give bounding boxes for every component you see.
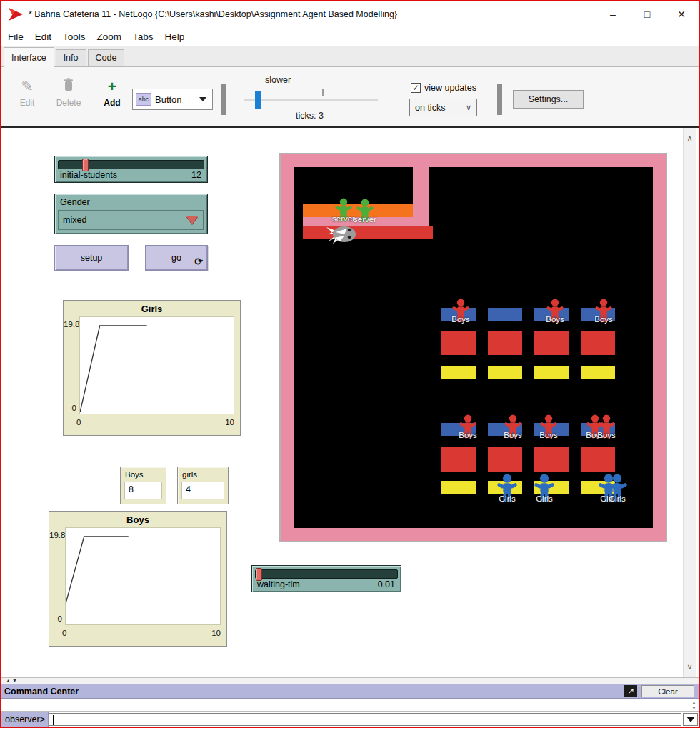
table-table: [488, 331, 522, 355]
observer-prompt: observer>: [1, 712, 49, 727]
chooser-dropdown-icon: [186, 216, 198, 224]
menu-help[interactable]: Help: [165, 31, 185, 42]
mouse-agent[interactable]: [326, 222, 357, 244]
check-icon: ✓: [412, 83, 419, 93]
output-scroll-down-icon[interactable]: ▼: [691, 705, 696, 710]
tab-interface[interactable]: Interface: [4, 47, 54, 67]
plot-area: [65, 527, 221, 625]
command-input[interactable]: [49, 713, 681, 726]
trash-icon: [63, 77, 74, 93]
initial-students-slider[interactable]: initial-students 12: [54, 156, 208, 183]
menu-file[interactable]: File: [8, 31, 24, 42]
close-button[interactable]: ✕: [664, 1, 699, 27]
speed-slider-handle[interactable]: [255, 91, 261, 109]
setup-button[interactable]: setup: [54, 245, 129, 271]
interface-toolbar: ✎ Edit Delete + Add abc Button slower ti…: [1, 67, 699, 128]
window-title: * Bahria Cafeteria 11 - NetLogo {C:\User…: [29, 9, 397, 19]
table-table: [534, 331, 569, 355]
update-mode-value: on ticks: [415, 103, 445, 113]
agent-name-label: Girls: [536, 494, 553, 503]
x-axis-min-label: 0: [62, 629, 66, 637]
agent-name-label: Boys: [451, 315, 470, 324]
chevron-down-icon: [686, 717, 695, 722]
agent-name-label: Boys: [504, 431, 522, 439]
edit-widget-button[interactable]: ✎ Edit: [11, 77, 43, 108]
widget-combo-value: Button: [155, 94, 182, 105]
plot-title: Girls: [64, 304, 240, 314]
command-center-popout-button[interactable]: ↗: [624, 685, 637, 697]
agent-name-label: Boys: [594, 315, 613, 324]
command-center-splitter[interactable]: ▲▼: [1, 677, 699, 684]
y-axis-min-label: 0: [64, 404, 76, 412]
menu-tools[interactable]: Tools: [63, 31, 86, 42]
slider-value: 0.01: [378, 579, 395, 589]
menu-tabs[interactable]: Tabs: [133, 31, 154, 42]
y-axis-max-label: 19.8: [64, 320, 78, 329]
boys-plot: Boys 19.8 0 0 10: [49, 511, 227, 647]
command-center-output: ▲ ▼: [1, 699, 699, 712]
speed-slider-track[interactable]: [244, 99, 378, 101]
x-axis-max-label: 10: [211, 629, 221, 637]
scroll-down-icon[interactable]: ∨: [684, 662, 696, 672]
table-table: [441, 447, 476, 472]
y-axis-max-label: 19.8: [49, 531, 64, 539]
view-updates-checkbox[interactable]: ✓: [411, 83, 421, 93]
maximize-button[interactable]: □: [630, 1, 664, 27]
forever-icon: ⟳: [194, 256, 203, 267]
agent-name-label: Girls: [499, 494, 516, 503]
monitor-value: 4: [181, 482, 224, 499]
y-axis-min-label: 0: [49, 614, 62, 623]
tab-info[interactable]: Info: [56, 49, 86, 66]
monitor-value: 8: [124, 482, 162, 499]
agent-name-label: Boys: [546, 315, 564, 324]
mouse-shape-icon: [326, 222, 357, 244]
girls-plot: Girls 19.8 0 0 10: [63, 300, 241, 436]
vertical-scrollbar[interactable]: ∧ ∨: [683, 128, 696, 677]
netlogo-logo-icon: [7, 6, 24, 23]
chooser-value-box[interactable]: mixed: [58, 210, 204, 230]
delete-widget-button[interactable]: Delete: [50, 77, 87, 108]
plot-title: Boys: [49, 514, 226, 525]
tab-code[interactable]: Code: [88, 49, 125, 66]
menu-bar: File Edit Tools Zoom Tabs Help: [1, 27, 699, 46]
minimize-button[interactable]: –: [596, 1, 630, 27]
slider-value: 12: [191, 170, 201, 180]
waiting-tim-slider[interactable]: waiting-tim 0.01: [251, 565, 401, 592]
settings-button[interactable]: Settings...: [513, 90, 584, 109]
update-mode-combo[interactable]: on ticks ∨: [409, 99, 477, 116]
chevron-down-icon: ∨: [466, 103, 471, 112]
boys-monitor: Boys 8: [120, 467, 166, 504]
table-table: [581, 447, 615, 472]
serving-area-counter_red: [303, 226, 433, 239]
girls-monitor: girls 4: [177, 467, 229, 504]
toolbar-separator: [497, 84, 502, 115]
table-table: [534, 447, 569, 472]
go-button[interactable]: go ⟳: [145, 245, 208, 271]
world-canvas[interactable]: serverserverBoysBoysBoysBoysBoysBoysBoys…: [281, 154, 666, 541]
command-center-header: Command Center ↗ Clear: [1, 684, 699, 699]
command-history-dropdown[interactable]: [683, 713, 698, 726]
view-updates-label: view updates: [424, 83, 476, 93]
toolbar-separator: [221, 84, 226, 115]
chevron-down-icon: [199, 97, 206, 101]
tab-bar: Interface Info Code: [1, 46, 699, 67]
world-view[interactable]: serverserverBoysBoysBoysBoysBoysBoysBoys…: [279, 153, 667, 542]
clear-button[interactable]: Clear: [641, 685, 694, 697]
x-axis-max-label: 10: [225, 418, 234, 427]
menu-zoom[interactable]: Zoom: [97, 31, 122, 42]
menu-edit[interactable]: Edit: [35, 31, 51, 42]
chooser-value: mixed: [63, 215, 86, 225]
widget-type-combo[interactable]: abc Button: [132, 89, 213, 110]
agent-name-label: Boys: [539, 431, 558, 439]
add-widget-button[interactable]: + Add: [96, 77, 128, 108]
splitter-toggle-icons[interactable]: ▲▼: [6, 678, 19, 683]
pencil-icon: ✎: [11, 77, 43, 96]
title-bar: * Bahria Cafeteria 11 - NetLogo {C:\User…: [1, 1, 699, 27]
output-scroll-up-icon[interactable]: ▲: [691, 700, 696, 705]
x-axis-min-label: 0: [76, 418, 81, 427]
gender-chooser[interactable]: Gender mixed: [54, 194, 208, 234]
scroll-up-icon[interactable]: ∧: [684, 134, 696, 143]
command-center-title: Command Center: [4, 687, 79, 697]
speed-slider-tick: [322, 89, 324, 96]
agent-name-label: Boys: [597, 431, 616, 439]
